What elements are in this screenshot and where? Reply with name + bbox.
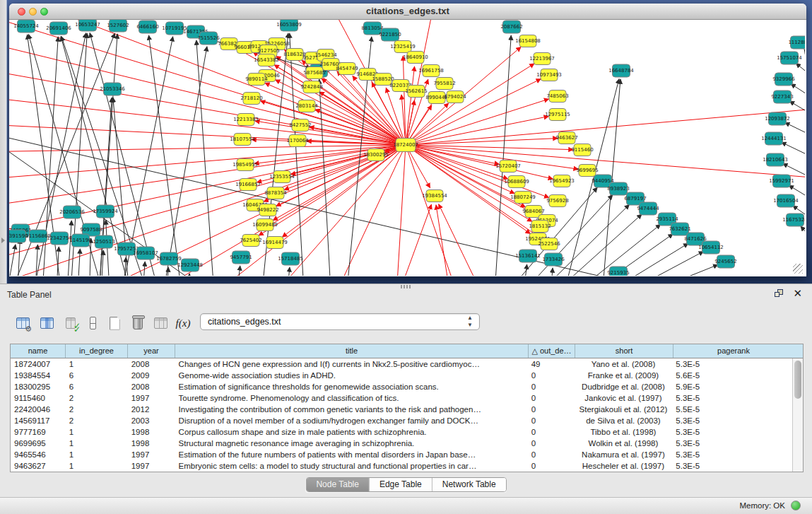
show-table-settings-icon[interactable]: ⚙ [13,314,33,332]
float-panel-icon[interactable] [775,289,784,298]
panel-title: Table Panel [7,290,52,300]
cell-year: 1997 [128,460,175,472]
table-selector-dropdown[interactable]: citations_edges.txt ▲▼ [200,313,480,330]
map-table-disabled-icon [151,314,170,332]
graph-node-label: 1733426 [542,257,565,262]
function-builder-icon[interactable]: f(x) [173,314,193,332]
edge [162,47,207,276]
cell-pagerank: 5.9E-5 [672,381,792,392]
scrollbar-thumb[interactable] [794,361,801,399]
table-row[interactable]: 946554611997Estimation of the future num… [11,449,792,460]
graph-node-label: 6794024 [444,94,466,100]
column-header-name[interactable]: name [11,344,66,358]
graph-node-label: 12325419 [390,44,416,49]
table-row[interactable]: 911546021997Tourette syndrome. Phenomeno… [11,392,792,404]
vertical-scrollbar[interactable] [792,358,803,472]
tab-edge-table[interactable]: Edge Table [370,478,433,491]
table-row[interactable]: 1456911722003Disruption of a novel membe… [11,415,792,426]
edge [789,101,805,115]
edge [9,67,406,145]
graph-node-label: 7955812 [433,81,455,86]
table-row[interactable]: 1938455462009Genome-wide association stu… [11,370,792,381]
column-header-year[interactable]: year [128,344,175,358]
edge [236,266,240,276]
network-canvas[interactable]: 1405572420691406106532471527602646616010… [9,20,805,276]
cell-year: 2003 [128,415,175,426]
cell-title: Estimation of the future numbers of pati… [175,449,528,460]
edge [9,245,16,276]
cell-name: 9777169 [11,426,66,438]
column-header-in_degree[interactable]: in_degree [66,344,128,358]
table-row[interactable]: 969969511998Structural magnetic resonanc… [11,438,792,449]
tab-network-table[interactable]: Network Table [433,478,506,491]
table-row[interactable]: 946362711997Embryonic stem cells: a mode… [11,460,792,472]
delete-table-icon[interactable] [128,314,148,332]
graph-node-label: 1145190 [69,238,91,243]
window-titlebar[interactable]: citations_edges.txt [9,4,806,20]
graph-node-label: 1527602 [107,23,129,28]
cell-pagerank: 5.3E-5 [672,415,792,426]
new-document-icon[interactable] [105,314,124,332]
graph-node-label: 12923448 [177,262,203,268]
column-header-title[interactable]: title [175,344,529,358]
column-header-short[interactable]: short [575,344,673,358]
table-row[interactable]: 1830029562008Estimation of significance … [11,381,792,392]
edge [804,49,805,60]
cell-in_degree: 1 [66,449,128,460]
graph-node-label: 10654112 [698,245,724,250]
column-header-out_degree[interactable]: △ out_de… [529,344,575,358]
edge [265,83,406,145]
graph-node-label: 10653247 [75,22,100,28]
cytoscape-app: citations_edges.txt 14055724206914061065… [0,0,812,514]
cell-short: Stergiakouli et al. (2012) [575,404,673,415]
cell-year: 2008 [128,358,175,370]
column-stack-icon[interactable] [83,314,102,332]
tab-node-table[interactable]: Node Table [306,478,370,491]
cell-name: 18300295 [11,381,66,392]
cell-short: de Silva et al. (2003) [575,415,673,426]
graph-node-label: 12975115 [545,112,570,117]
cell-short: Tibbo et al. (1998) [575,426,673,438]
edge [406,117,548,145]
memory-ok-icon[interactable] [791,501,801,510]
graph-node-label: 2087662 [500,24,522,30]
cell-in_degree: 6 [66,381,128,392]
graph-node-label: 18300295 [363,152,389,158]
cell-year: 1997 [128,392,175,404]
graph-node-label: 2718120 [240,95,262,101]
cell-title: Genome-wide association studies in ADHD. [175,370,528,381]
cell-year: 2008 [128,381,175,392]
resize-grip-icon[interactable] [793,264,803,274]
graph-node-label: 16961758 [418,68,444,74]
graph-node-label: 9221850 [379,32,401,37]
collapsed-panel-strip[interactable] [0,0,7,284]
cell-name: 9699695 [11,438,66,449]
graph-node-label: 14055724 [13,23,39,29]
graph-node-label: 1588520 [372,76,394,82]
graph-node-label: 6879197 [624,196,646,201]
table-row[interactable]: 1872400712008Changes of HCN gene express… [11,358,792,370]
network-view-window[interactable]: citations_edges.txt 14055724206914061065… [9,4,806,276]
table-body[interactable]: 1872400712008Changes of HCN gene express… [11,358,792,472]
edge [782,142,805,157]
cell-year: 1998 [128,438,175,449]
cell-title: Structural magnetic resonance image aver… [175,438,528,449]
cell-short: Yano et al. (2008) [575,358,673,370]
graph-node-label: 15718485 [278,256,303,262]
table-row[interactable]: 2242004622012Investigating the contribut… [11,404,792,415]
cell-out_degree: 0 [528,370,575,381]
import-table-icon[interactable]: ✓ [61,314,81,332]
citation-network-graph[interactable]: 1405572420691406106532471527602646616010… [9,20,805,276]
cell-in_degree: 1 [66,426,128,438]
cell-pagerank: 5.6E-5 [672,370,792,381]
cell-pagerank: 5.3E-5 [672,449,792,460]
graph-node-label: 15992971 [769,178,794,184]
edge [801,226,805,239]
close-panel-icon[interactable]: ✕ [793,287,802,300]
select-column-icon[interactable] [37,314,57,332]
graph-node-label: 17359924 [93,209,118,214]
table-row[interactable]: 977716911998Corpus callosum shape and si… [11,426,792,438]
panel-divider-handle[interactable] [401,285,411,288]
expand-panel-icon[interactable] [1,238,5,243]
column-header-pagerank[interactable]: pagerank [673,344,794,358]
